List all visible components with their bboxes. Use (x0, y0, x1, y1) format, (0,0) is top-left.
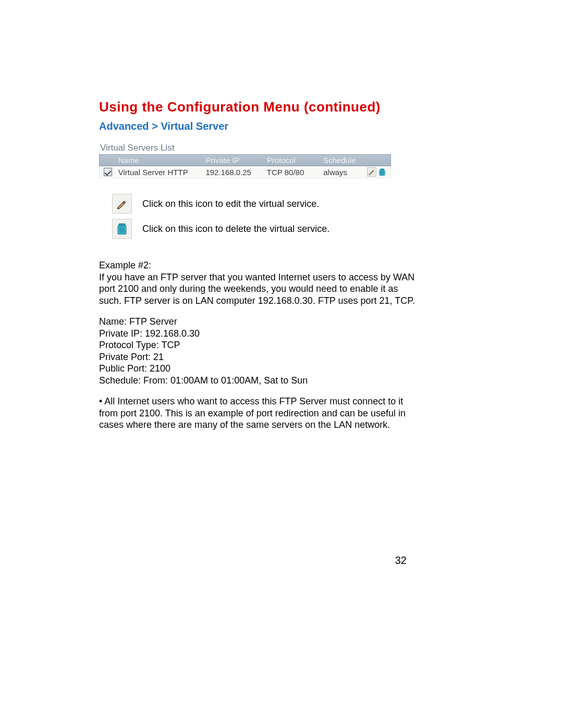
edit-icon[interactable] (367, 167, 376, 177)
delete-icon (112, 219, 132, 239)
setting-private-port: Private Port: 21 (99, 351, 464, 363)
page-title: Using the Configuration Menu (continued) (99, 99, 464, 115)
svg-rect-2 (380, 169, 384, 170)
example-settings: Name: FTP Server Private IP: 192.168.0.3… (99, 316, 464, 386)
checkbox-icon[interactable] (104, 168, 112, 176)
table-caption: Virtual Servers List (99, 143, 391, 154)
setting-name: Name: FTP Server (99, 316, 464, 328)
column-private-ip: Private IP (203, 155, 264, 166)
legend-edit-text: Click on this icon to edit the virtual s… (142, 199, 319, 209)
table-header: Name Private IP Protocol Schedule (99, 154, 391, 166)
setting-private-ip: Private IP: 192.168.0.30 (99, 328, 464, 340)
column-name: Name (116, 155, 204, 166)
virtual-servers-list: Virtual Servers List Name Private IP Pro… (99, 143, 391, 178)
breadcrumb: Advanced > Virtual Server (99, 120, 464, 132)
example-label: Example #2: (99, 260, 422, 272)
legend-delete-text: Click on this icon to delete the virtual… (142, 224, 329, 235)
cell-name: Virtual Server HTTP (116, 167, 204, 178)
setting-schedule: Schedule: From: 01:00AM to 01:00AM, Sat … (99, 375, 464, 387)
setting-protocol-type: Protocol Type: TCP (99, 339, 464, 351)
svg-rect-8 (119, 224, 125, 226)
document-page: Using the Configuration Menu (continued)… (0, 0, 563, 728)
legend-delete: Click on this icon to delete the virtual… (112, 219, 464, 239)
table-row: Virtual Server HTTP 192.168.0.25 TCP 80/… (99, 166, 391, 178)
column-protocol: Protocol (265, 155, 321, 166)
column-schedule: Schedule (321, 155, 363, 166)
example-note: • All Internet users who want to access … (99, 396, 422, 431)
cell-schedule: always (321, 167, 363, 178)
setting-public-port: Public Port: 2100 (99, 363, 464, 375)
legend-edit: Click on this icon to edit the virtual s… (112, 194, 464, 214)
cell-protocol: TCP 80/80 (265, 167, 321, 178)
cell-private-ip: 192.168.0.25 (203, 167, 264, 178)
delete-icon[interactable] (377, 167, 387, 177)
example-paragraph: If you have an FTP server that you wante… (99, 272, 422, 307)
edit-icon (112, 194, 132, 214)
page-number: 32 (395, 554, 407, 566)
icon-legend: Click on this icon to edit the virtual s… (112, 194, 464, 239)
